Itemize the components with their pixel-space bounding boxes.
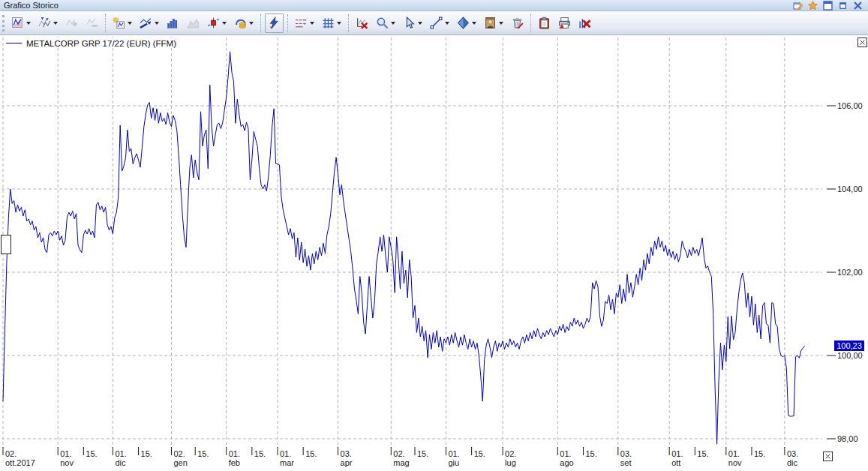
dropdown-arrow-icon[interactable]	[337, 22, 341, 25]
x-axis-day-label: 15.	[585, 449, 596, 458]
line-type-icon	[140, 16, 152, 29]
x-axis-day-label: 01.	[60, 449, 71, 458]
x-axis-day-label: 01.	[448, 449, 459, 458]
restore-icon	[838, 1, 848, 10]
legend-label: METALCORP GRP 17/22 (EUR) (FFM)	[26, 39, 176, 48]
new-chart-button[interactable]	[110, 14, 135, 33]
dropdown-arrow-icon[interactable]	[418, 22, 422, 25]
x-axis-day-label: 15.	[254, 449, 266, 458]
toolbar-drag-handle[interactable]	[2, 15, 5, 32]
toolbar-separator	[260, 14, 261, 32]
close-window-button[interactable]	[852, 1, 863, 10]
x-axis-day-label: 01.	[280, 449, 291, 458]
chart-close-button[interactable]	[857, 38, 867, 47]
title-bar[interactable]: Grafico Storico	[0, 0, 868, 11]
x-axis-day-label: 15.	[474, 449, 485, 458]
magnifier-icon	[376, 16, 389, 29]
x-axis-month-label: feb	[229, 458, 240, 467]
realtime-update-button[interactable]	[265, 14, 284, 33]
x-axis-month-label: mag	[393, 458, 409, 467]
chart-style-button[interactable]	[8, 14, 34, 33]
x-axis-month-label: giu	[448, 458, 459, 467]
add-chart-icon	[65, 16, 78, 29]
copy-chart-button[interactable]	[535, 14, 554, 33]
dropdown-arrow-icon[interactable]	[249, 22, 254, 25]
lightning-icon	[268, 16, 281, 29]
cursor-icon	[403, 16, 416, 29]
dropdown-arrow-icon[interactable]	[128, 22, 132, 25]
shape-tool-button[interactable]	[454, 14, 479, 33]
diamond-icon	[457, 16, 470, 29]
favorites-icon	[808, 1, 818, 10]
y-axis-label: 104,00	[837, 184, 863, 194]
x-axis-month-label: nov	[728, 458, 742, 467]
y-axis-label: 100,00	[837, 351, 863, 360]
red-x-icon	[578, 16, 591, 29]
zoom-tool-button[interactable]	[373, 14, 398, 33]
x-axis-day-label: 15.	[305, 449, 317, 458]
x-axis-day-label: 02.	[393, 449, 404, 458]
delete-drawings-button[interactable]	[508, 14, 527, 33]
print-chart-button[interactable]	[555, 14, 574, 33]
grid-settings-button[interactable]	[319, 14, 344, 33]
bars-icon	[167, 16, 179, 29]
x-axis-day-label: 03.	[341, 449, 352, 458]
maximize-button[interactable]	[822, 1, 833, 10]
dropdown-arrow-icon[interactable]	[222, 22, 227, 25]
annotation-tool-button[interactable]	[481, 14, 506, 33]
close-chart-button[interactable]	[575, 14, 594, 33]
legend-line-sample	[6, 43, 22, 44]
dropdown-arrow-icon[interactable]	[155, 22, 159, 25]
trash-icon	[511, 16, 524, 29]
x-axis-month-label: mar	[280, 458, 294, 467]
area-icon	[187, 16, 200, 29]
restore-button[interactable]	[837, 1, 848, 10]
toolbar-separator	[105, 14, 106, 32]
currency-units-button[interactable]	[231, 14, 257, 33]
chart-plot-area[interactable]	[0, 35, 868, 471]
x-axis-day-label: 15.	[697, 449, 708, 458]
indicators-button[interactable]	[292, 14, 317, 33]
candle-icon	[207, 16, 220, 29]
scroll-left-button[interactable]	[1, 235, 11, 254]
link-window-button[interactable]	[792, 1, 803, 10]
pointer-tool-button[interactable]	[400, 14, 425, 33]
remove-indicator-button[interactable]	[353, 14, 371, 33]
dropdown-arrow-icon[interactable]	[445, 22, 449, 25]
chart-style-icon	[11, 16, 24, 29]
x-axis-day-label: 01.	[728, 449, 740, 458]
x-axis-day-label: 15.	[141, 449, 152, 458]
chart-legend: METALCORP GRP 17/22 (EUR) (FFM)	[6, 38, 180, 48]
line-type-button[interactable]	[137, 14, 162, 33]
toolbar-separator	[530, 14, 531, 32]
x-axis-day-label: 15.	[754, 449, 765, 458]
portrait-icon	[484, 16, 497, 29]
x-axis-day-label: 01.	[229, 449, 240, 458]
x-axis-month-label: gen	[173, 458, 187, 467]
close-icon	[859, 39, 866, 46]
dropdown-arrow-icon[interactable]	[391, 22, 395, 25]
x-axis-month-label: dic	[115, 458, 126, 467]
x-axis-day-label: 15.	[417, 449, 428, 458]
dropdown-arrow-icon[interactable]	[499, 22, 503, 25]
add-symbol-button	[62, 14, 81, 33]
favorites-button[interactable]	[807, 1, 818, 10]
dropdown-arrow-icon[interactable]	[26, 22, 31, 25]
y-axis-label: 106,00	[837, 101, 863, 110]
toolbar-separator	[348, 14, 349, 32]
compare-symbols-button[interactable]	[35, 14, 61, 33]
dropdown-arrow-icon[interactable]	[472, 22, 476, 25]
new-chart-icon	[113, 16, 125, 29]
trendline-tool-button[interactable]	[427, 14, 452, 33]
candlestick-type-button[interactable]	[204, 14, 230, 33]
price-chart[interactable]: 106,00104,00102,00100,0098,0002.ott.2017…	[0, 35, 868, 471]
axis-close-button[interactable]	[823, 452, 833, 461]
last-price-tag: 100,23	[834, 340, 864, 351]
y-axis-label: 102,00	[837, 268, 863, 277]
remove-chart-icon	[86, 16, 98, 29]
x-axis-month-label: ott.2017	[5, 458, 35, 467]
dropdown-arrow-icon[interactable]	[310, 22, 314, 25]
x-axis-month-label: nov	[60, 458, 74, 467]
bar-type-button[interactable]	[164, 14, 182, 33]
dropdown-arrow-icon[interactable]	[53, 22, 58, 25]
